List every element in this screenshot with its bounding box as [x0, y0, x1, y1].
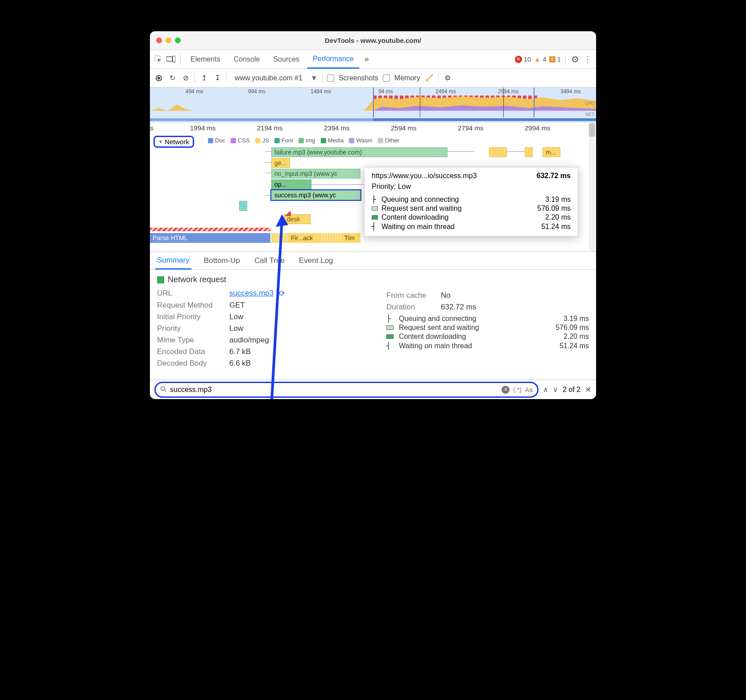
detail-tabs: Summary Bottom-Up Call Tree Event Log: [150, 252, 596, 270]
next-match-icon[interactable]: ∨: [553, 385, 558, 394]
screenshots-checkbox[interactable]: [327, 75, 334, 82]
perf-settings-icon[interactable]: ⚙: [443, 74, 452, 83]
clear-icon[interactable]: ⊘: [181, 74, 190, 83]
upload-icon[interactable]: ↥: [199, 74, 208, 83]
svg-line-4: [165, 390, 166, 392]
bar-parse-html[interactable]: Parse HTML: [150, 233, 270, 243]
bar-tim[interactable]: Tim: [342, 233, 360, 243]
settings-icon[interactable]: ⚙: [570, 54, 580, 64]
network-legend: DocCSSJSFontImgMediaWasmOther: [208, 137, 399, 144]
network-track-label[interactable]: Network: [153, 136, 194, 148]
error-badge[interactable]: ✕10: [515, 55, 531, 63]
tab-eventlog[interactable]: Event Log: [297, 252, 335, 269]
bar-op[interactable]: op...: [271, 179, 311, 189]
memory-label: Memory: [394, 74, 420, 82]
screenshots-label: Screenshots: [339, 74, 378, 82]
perf-toolbar: ↻ ⊘ ↥ ↧ www.youtube.com #1 ▼ Screenshots…: [150, 69, 596, 88]
search-field-wrap: ✕ (.*) Aa: [154, 382, 539, 398]
svg-point-3: [161, 386, 165, 390]
search-icon: [160, 386, 166, 394]
tab-performance[interactable]: Performance: [307, 50, 359, 69]
svg-rect-2: [173, 56, 175, 62]
flame-scrollbar[interactable]: [589, 122, 595, 251]
reload-icon[interactable]: ↻: [168, 74, 177, 83]
bar-ge[interactable]: ge...: [271, 158, 290, 168]
svg-rect-1: [166, 57, 172, 61]
more-tabs-icon[interactable]: »: [362, 54, 372, 64]
record-icon[interactable]: [154, 74, 163, 83]
titlebar: DevTools - www.youtube.com/: [150, 31, 596, 50]
reveal-icon[interactable]: ⟳: [279, 289, 285, 298]
clear-search-icon[interactable]: ✕: [501, 386, 510, 394]
warning-badge[interactable]: ▲4: [534, 55, 546, 63]
overview-strip[interactable]: 494 ms 994 ms 1494 ms 94 ms 2494 ms 2994…: [150, 88, 596, 122]
regex-toggle[interactable]: (.*): [513, 386, 522, 393]
kebab-icon[interactable]: ⋮: [583, 54, 593, 64]
close-search-icon[interactable]: ✕: [585, 385, 592, 395]
tab-elements[interactable]: Elements: [185, 50, 226, 68]
bar-m[interactable]: m...: [543, 147, 560, 157]
tab-console[interactable]: Console: [228, 50, 265, 68]
devtools-window: DevTools - www.youtube.com/ Elements Con…: [150, 31, 596, 399]
flame-chart[interactable]: s 1994 ms 2194 ms 2394 ms 2594 ms 2794 m…: [150, 122, 596, 252]
case-toggle[interactable]: Aa: [525, 386, 533, 393]
recording-select[interactable]: www.youtube.com #1: [231, 74, 306, 82]
bar-noinput[interactable]: no_input.mp3 (www.yc: [271, 169, 361, 179]
summary-pane: Network request URLsuccess.mp3 ⟳ Request…: [150, 270, 596, 379]
prev-match-icon[interactable]: ∧: [543, 385, 548, 394]
download-icon[interactable]: ↧: [213, 74, 222, 83]
match-count: 2 of 2: [563, 386, 580, 394]
window-title: DevTools - www.youtube.com/: [150, 37, 596, 44]
gc-icon[interactable]: 🧹: [425, 74, 434, 83]
bar-failure[interactable]: failure.mp3 (www.youtube.com): [271, 147, 448, 157]
bar-fir[interactable]: Fir...ack: [288, 233, 319, 243]
tab-calltree[interactable]: Call Tree: [253, 252, 286, 269]
bar-success[interactable]: success.mp3 (www.yc: [271, 190, 361, 200]
tab-bottomup[interactable]: Bottom-Up: [202, 252, 242, 269]
search-input[interactable]: [170, 386, 498, 394]
info-badge[interactable]: !1: [549, 55, 561, 63]
main-tabs: Elements Console Sources Performance » ✕…: [150, 50, 596, 69]
inspect-icon[interactable]: [153, 54, 163, 64]
device-icon[interactable]: [166, 54, 176, 64]
memory-checkbox[interactable]: [383, 75, 390, 82]
search-bar: ✕ (.*) Aa ∧ ∨ 2 of 2 ✕: [150, 379, 596, 399]
tab-sources[interactable]: Sources: [268, 50, 305, 68]
tab-summary[interactable]: Summary: [155, 252, 191, 270]
summary-header: Network request: [168, 275, 226, 284]
network-tooltip: https://www.you...io/success.mp3632.72 m…: [364, 167, 578, 237]
dropdown-icon[interactable]: ▼: [311, 74, 318, 82]
summary-url-link[interactable]: success.mp3: [229, 289, 274, 298]
